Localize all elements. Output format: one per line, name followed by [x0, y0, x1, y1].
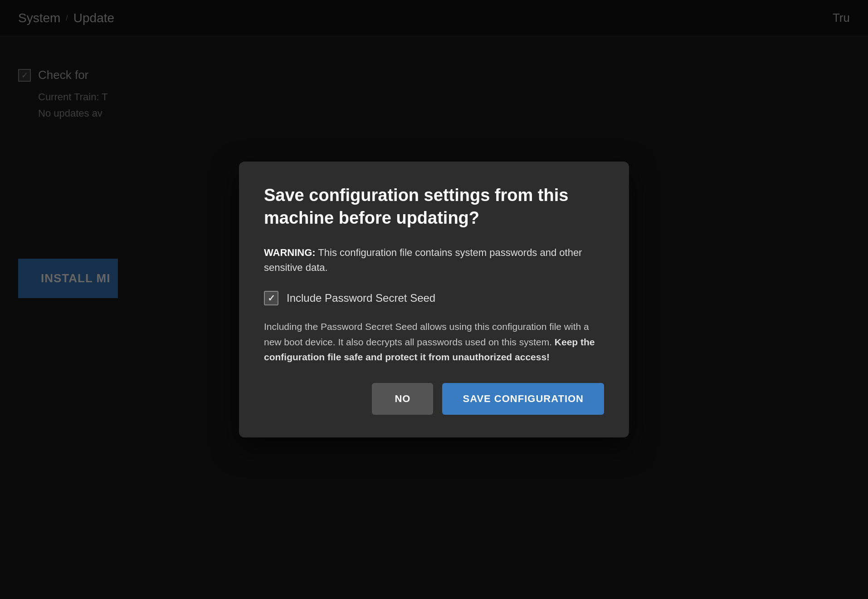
modal-warning-text: WARNING: This configuration file contain…	[264, 245, 604, 275]
modal-title: Save configuration settings from this ma…	[264, 184, 604, 229]
checkbox-check-icon: ✓	[268, 293, 275, 304]
save-configuration-button[interactable]: SAVE CONFIGURATION	[442, 383, 604, 415]
include-seed-checkbox[interactable]: ✓	[264, 291, 278, 305]
modal-description: Including the Password Secret Seed allow…	[264, 319, 604, 365]
modal-overlay: Save configuration settings from this ma…	[0, 0, 868, 599]
include-seed-label: Include Password Secret Seed	[287, 292, 435, 304]
no-button[interactable]: NO	[372, 383, 433, 415]
include-seed-row: ✓ Include Password Secret Seed	[264, 291, 604, 305]
warning-bold: WARNING:	[264, 247, 316, 258]
save-config-modal: Save configuration settings from this ma…	[239, 162, 629, 437]
description-normal: Including the Password Secret Seed allow…	[264, 321, 589, 347]
modal-buttons: NO SAVE CONFIGURATION	[264, 383, 604, 415]
